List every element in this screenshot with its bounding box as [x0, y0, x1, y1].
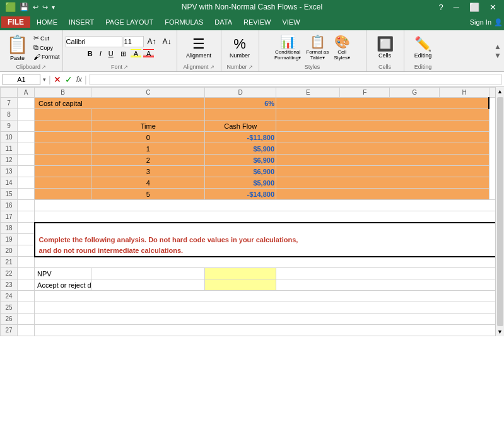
bold-btn[interactable]: B [85, 49, 95, 59]
cell-a25[interactable] [18, 302, 35, 314]
ribbon-scroll-right[interactable]: ▲▼ [491, 30, 504, 71]
col-header-b[interactable]: B [35, 88, 91, 98]
view-tab[interactable]: VIEW [277, 17, 305, 27]
quick-undo[interactable]: ↩ [33, 3, 38, 11]
quick-save[interactable]: 💾 [20, 3, 29, 11]
cell-d13[interactable]: $6,900 [205, 166, 276, 177]
sign-in[interactable]: Sign In 👤 [470, 18, 503, 26]
cell-a23[interactable] [18, 279, 35, 291]
cell-c11[interactable]: 1 [91, 143, 205, 155]
cell-a22[interactable] [18, 268, 35, 279]
cell-b11[interactable] [35, 143, 91, 155]
cell-c12[interactable]: 2 [91, 155, 205, 166]
cancel-icon[interactable]: ✕ [54, 74, 61, 85]
editing-button[interactable]: ✏️ Editing [412, 33, 435, 61]
font-name-input[interactable] [66, 36, 122, 47]
file-tab[interactable]: FILE [1, 16, 30, 28]
cell-a8[interactable] [18, 109, 35, 120]
cell-b8[interactable] [35, 109, 91, 120]
cell-a9[interactable] [18, 120, 35, 132]
cell-styles-button[interactable]: 🎨 CellStyles▾ [332, 33, 351, 62]
number-expand[interactable]: ↗ [249, 64, 253, 70]
cell-e22[interactable] [276, 268, 503, 279]
italic-btn[interactable]: I [97, 49, 104, 59]
cell-b13[interactable] [35, 166, 91, 177]
cell-d23[interactable] [205, 279, 276, 291]
cell-b25[interactable] [35, 302, 503, 314]
cell-b21[interactable] [35, 257, 503, 268]
cell-e9[interactable] [276, 120, 489, 132]
paste-button[interactable]: 📋 Paste [3, 33, 32, 62]
cell-c8[interactable] [91, 109, 205, 120]
cell-a10[interactable] [18, 132, 35, 143]
cell-b26[interactable] [35, 314, 503, 325]
cell-d22[interactable] [205, 268, 276, 279]
review-tab[interactable]: REVIEW [238, 17, 276, 27]
cell-a15[interactable] [18, 189, 35, 200]
clipboard-expand[interactable]: ↗ [42, 64, 46, 70]
copy-button[interactable]: ⧉ Copy [33, 44, 60, 52]
cell-b27[interactable] [35, 325, 503, 336]
cell-e13[interactable] [276, 166, 489, 177]
col-header-a[interactable]: A [18, 88, 35, 98]
cell-a16[interactable] [18, 200, 35, 211]
cell-b17[interactable] [35, 211, 503, 223]
data-tab[interactable]: DATA [209, 17, 237, 27]
window-controls[interactable]: ? ─ ⬜ ✕ [437, 3, 499, 12]
col-header-c[interactable]: C [91, 88, 205, 98]
scroll-down-btn[interactable]: ▼ [496, 327, 504, 336]
cell-d11[interactable]: $5,900 [205, 143, 276, 155]
cell-e14[interactable] [276, 177, 489, 189]
cell-b20[interactable]: and do not round intermediate calculatio… [35, 245, 503, 257]
cell-b24[interactable] [35, 291, 503, 302]
cell-a14[interactable] [18, 177, 35, 189]
minimize-btn[interactable]: ─ [451, 3, 462, 12]
font-grow-btn[interactable]: A↑ [145, 36, 159, 47]
name-box-dropdown[interactable]: ▾ [43, 76, 46, 83]
cell-a21[interactable] [18, 257, 35, 268]
cell-a26[interactable] [18, 314, 35, 325]
font-expand[interactable]: ↗ [124, 64, 128, 70]
col-header-d[interactable]: D [205, 88, 276, 98]
cell-a12[interactable] [18, 155, 35, 166]
scroll-thumb[interactable] [497, 97, 503, 326]
cell-b19[interactable]: Complete the following analysis. Do not … [35, 234, 503, 245]
cell-d12[interactable]: $6,900 [205, 155, 276, 166]
cell-b7[interactable]: Cost of capital [35, 98, 205, 109]
cell-c14[interactable]: 4 [91, 177, 205, 189]
close-btn[interactable]: ✕ [487, 3, 499, 12]
cell-c9[interactable]: Time [91, 120, 205, 132]
cell-b12[interactable] [35, 155, 91, 166]
cell-a19[interactable] [18, 234, 35, 245]
cell-a18[interactable] [18, 223, 35, 234]
cell-a13[interactable] [18, 166, 35, 177]
cell-a7[interactable] [18, 98, 35, 109]
cell-b14[interactable] [35, 177, 91, 189]
col-header-e[interactable]: E [276, 88, 340, 98]
cell-c23[interactable] [91, 279, 205, 291]
scroll-up-btn[interactable]: ▲ [496, 87, 504, 96]
insert-function-icon[interactable]: fx [76, 75, 82, 84]
cell-a11[interactable] [18, 143, 35, 155]
alignment-button[interactable]: ☰ Alignment [184, 33, 214, 61]
cell-b10[interactable] [35, 132, 91, 143]
help-btn[interactable]: ? [437, 3, 446, 12]
cell-c22[interactable] [91, 268, 205, 279]
font-color-btn[interactable]: A [143, 49, 154, 58]
cell-b22[interactable]: NPV [35, 268, 91, 279]
underline-btn[interactable]: U [106, 49, 116, 59]
cell-d9[interactable]: Cash Flow [205, 120, 276, 132]
cell-a24[interactable] [18, 291, 35, 302]
formula-input[interactable] [90, 74, 501, 85]
formulas-tab[interactable]: FORMULAS [160, 17, 208, 27]
name-box[interactable] [3, 74, 40, 85]
cell-c10[interactable]: 0 [91, 132, 205, 143]
cell-a17[interactable] [18, 211, 35, 223]
cell-e7[interactable] [276, 98, 489, 109]
confirm-icon[interactable]: ✓ [65, 74, 73, 85]
conditional-formatting-button[interactable]: 📊 ConditionalFormatting▾ [273, 33, 302, 62]
font-shrink-btn[interactable]: A↓ [160, 36, 174, 47]
col-header-h[interactable]: H [440, 88, 489, 98]
cell-b9[interactable] [35, 120, 91, 132]
home-tab[interactable]: HOME [32, 17, 62, 27]
